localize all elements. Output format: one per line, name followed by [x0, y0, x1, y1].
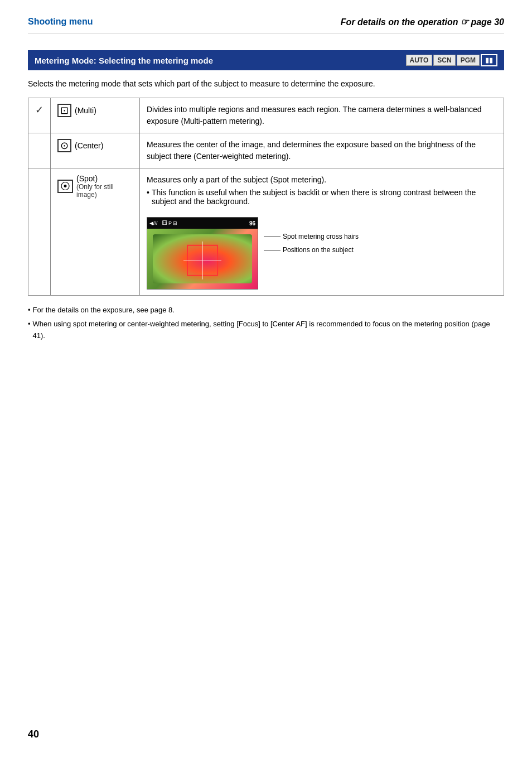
spot-label-positions: Positions on the subject: [283, 246, 354, 254]
icon-cell-spot: ⦿ (Spot) (Only for still image): [51, 168, 140, 296]
multi-icon: ⊡: [57, 104, 71, 117]
camera-display: ◀/// 🎞 P ⊟ 96: [147, 217, 258, 290]
flower-area: [147, 229, 258, 289]
section-label: Shooting menu: [28, 17, 93, 27]
badge-pgm: PGM: [457, 55, 480, 66]
hud-mode: 🎞 P ⊟: [162, 220, 178, 226]
center-icon: ⊙: [57, 139, 71, 152]
icon-cell-multi: ⊡ (Multi): [51, 98, 140, 133]
camera-hud: ◀/// 🎞 P ⊟ 96: [147, 218, 258, 229]
table-row: ⊙ (Center) Measures the center of the im…: [28, 133, 504, 168]
desc-cell-spot: Measures only a part of the subject (Spo…: [140, 168, 504, 296]
hud-count: 96: [249, 220, 255, 226]
bullet-2: •: [28, 319, 31, 342]
spot-annotation: ◀/// 🎞 P ⊟ 96: [147, 210, 497, 290]
footer-notes: • For the details on the exposure, see p…: [28, 305, 504, 341]
desc-cell-multi: Divides into multiple regions and measur…: [140, 98, 504, 133]
annotation-crosshairs: Spot metering cross hairs: [264, 233, 359, 240]
check-cell: ✓: [28, 98, 51, 133]
page-number: 40: [28, 729, 39, 740]
page-header: Shooting menu For details on the operati…: [28, 17, 504, 33]
hud-battery: ◀///: [149, 220, 158, 226]
center-description: Measures the center of the image, and de…: [147, 140, 476, 161]
center-label: (Center): [75, 141, 103, 150]
check-mark: ✓: [35, 104, 43, 115]
check-cell-spot: [28, 168, 51, 296]
spot-label-crosshairs: Spot metering cross hairs: [283, 233, 359, 240]
spot-icon: ⦿: [57, 180, 73, 193]
multi-description: Divides into multiple regions and measur…: [147, 105, 482, 126]
note-text-2: When using spot metering or center-weigh…: [33, 319, 504, 342]
note-text-1: For the details on the exposure, see pag…: [33, 305, 175, 316]
check-cell-center: [28, 133, 51, 168]
spot-bullet-text: This function is useful when the subject…: [152, 188, 497, 206]
table-row: ✓ ⊡ (Multi) Divides into multiple region…: [28, 98, 504, 133]
section-title: Metering Mode: Selecting the metering mo…: [35, 56, 213, 65]
page-reference: For details on the operation ☞ page 30: [341, 17, 504, 27]
footer-note-2: • When using spot metering or center-wei…: [28, 319, 504, 342]
multi-label: (Multi): [75, 106, 96, 115]
spot-description: Measures only a part of the subject (Spo…: [147, 174, 497, 186]
section-title-bar: Metering Mode: Selecting the metering mo…: [28, 50, 504, 70]
table-row: ⦿ (Spot) (Only for still image) Measures…: [28, 168, 504, 296]
spot-label-sub: (Only for still image): [76, 183, 133, 199]
badge-auto: AUTO: [406, 55, 433, 66]
metering-table: ✓ ⊡ (Multi) Divides into multiple region…: [28, 98, 504, 296]
icon-cell-center: ⊙ (Center): [51, 133, 140, 168]
badge-movie: ▮▮: [481, 54, 497, 66]
annotation-labels: Spot metering cross hairs Positions on t…: [264, 233, 359, 254]
dash-line-1: [264, 237, 280, 237]
desc-cell-center: Measures the center of the image, and de…: [140, 133, 504, 168]
spot-bullet: • This function is useful when the subje…: [147, 188, 497, 206]
dash-line-2: [264, 250, 280, 250]
footer-note-1: • For the details on the exposure, see p…: [28, 305, 504, 316]
bullet-point: •: [147, 188, 149, 206]
spot-label-group: (Spot) (Only for still image): [76, 174, 133, 199]
spot-label-main: (Spot): [76, 174, 133, 183]
mode-badges: AUTO SCN PGM ▮▮: [406, 54, 497, 66]
bullet-1: •: [28, 305, 31, 316]
ref-text: For details on the operation ☞ page 30: [341, 17, 504, 27]
annotation-positions: Positions on the subject: [264, 246, 359, 254]
badge-scn: SCN: [433, 55, 455, 66]
intro-text: Selects the metering mode that sets whic…: [28, 78, 504, 90]
